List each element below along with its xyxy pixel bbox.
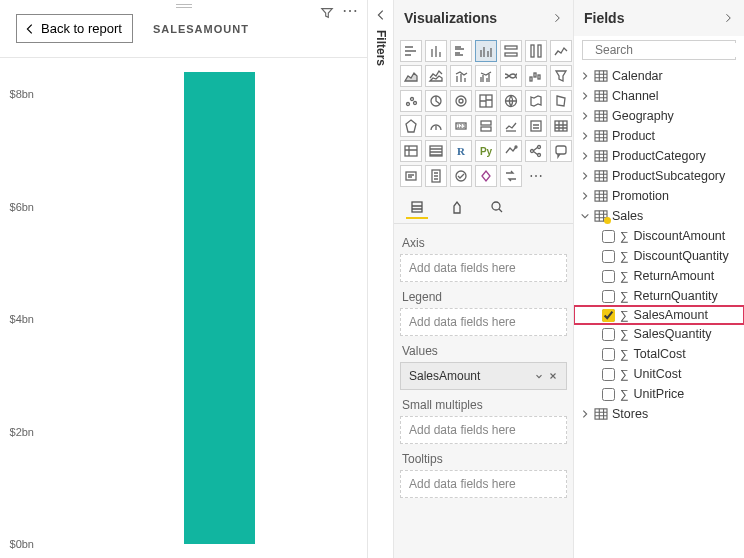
smart-narrative-icon[interactable] bbox=[400, 165, 422, 187]
table-item-sales[interactable]: Sales bbox=[574, 206, 744, 226]
visualizations-header: Visualizations bbox=[394, 0, 573, 36]
field-checkbox[interactable] bbox=[602, 328, 615, 341]
filter-icon[interactable] bbox=[320, 6, 334, 23]
field-checkbox[interactable] bbox=[602, 290, 615, 303]
scatter-icon[interactable] bbox=[400, 90, 422, 112]
paginated-report-icon[interactable] bbox=[425, 165, 447, 187]
clustered-column-icon[interactable] bbox=[475, 40, 497, 62]
table-item-calendar[interactable]: Calendar bbox=[574, 66, 744, 86]
fields-search-input[interactable] bbox=[595, 43, 744, 57]
field-item-discountamount[interactable]: ∑DiscountAmount bbox=[574, 226, 744, 246]
table-visual-icon[interactable] bbox=[425, 140, 447, 162]
stacked-bar-icon[interactable] bbox=[400, 40, 422, 62]
svg-rect-6 bbox=[538, 75, 540, 79]
values-well-label: Values bbox=[400, 336, 567, 362]
line-chart-icon[interactable] bbox=[550, 40, 572, 62]
matrix-icon[interactable] bbox=[400, 140, 422, 162]
gauge-icon[interactable] bbox=[425, 115, 447, 137]
filled-map-icon[interactable] bbox=[525, 90, 547, 112]
remove-field-icon[interactable] bbox=[548, 371, 558, 381]
azure-map-icon[interactable] bbox=[400, 115, 422, 137]
get-more-visuals-icon[interactable]: ⋯ bbox=[525, 165, 547, 187]
filters-pane-collapsed[interactable]: Filters bbox=[368, 0, 394, 558]
fields-search[interactable] bbox=[582, 40, 736, 60]
field-item-salesquantity[interactable]: ∑SalesQuantity bbox=[574, 324, 744, 344]
svg-rect-27 bbox=[556, 146, 566, 154]
viz-format-tabs bbox=[394, 191, 573, 224]
values-well[interactable]: SalesAmount bbox=[400, 362, 567, 390]
field-item-returnamount[interactable]: ∑ReturnAmount bbox=[574, 266, 744, 286]
table-item-stores[interactable]: Stores bbox=[574, 404, 744, 424]
y-tick-label: $2bn bbox=[10, 426, 36, 438]
r-visual-icon[interactable]: R bbox=[450, 140, 472, 162]
field-checkbox[interactable] bbox=[602, 270, 615, 283]
table-item-promotion[interactable]: Promotion bbox=[574, 186, 744, 206]
multi-row-card-icon[interactable] bbox=[475, 115, 497, 137]
chevron-down-icon[interactable] bbox=[534, 371, 544, 381]
format-tab[interactable] bbox=[446, 197, 468, 219]
tooltips-well[interactable]: Add data fields here bbox=[400, 470, 567, 498]
line-column-icon[interactable] bbox=[450, 65, 472, 87]
fields-tab[interactable] bbox=[406, 197, 428, 219]
table-item-productsubcategory[interactable]: ProductSubcategory bbox=[574, 166, 744, 186]
field-checkbox[interactable] bbox=[602, 368, 615, 381]
small-multiples-well[interactable]: Add data fields here bbox=[400, 416, 567, 444]
decomposition-tree-icon[interactable] bbox=[525, 140, 547, 162]
kpi-icon[interactable] bbox=[500, 115, 522, 137]
pie-icon[interactable] bbox=[425, 90, 447, 112]
table-item-productcategory[interactable]: ProductCategory bbox=[574, 146, 744, 166]
field-checkbox[interactable] bbox=[602, 309, 615, 322]
field-item-returnquantity[interactable]: ∑ReturnQuantity bbox=[574, 286, 744, 306]
waterfall-icon[interactable] bbox=[525, 65, 547, 87]
more-options-icon[interactable]: ⋯ bbox=[342, 6, 359, 23]
key-influencers-icon[interactable] bbox=[500, 140, 522, 162]
area-chart-icon[interactable] bbox=[400, 65, 422, 87]
donut-icon[interactable] bbox=[450, 90, 472, 112]
field-item-unitprice[interactable]: ∑UnitPrice bbox=[574, 384, 744, 404]
power-apps-icon[interactable] bbox=[475, 165, 497, 187]
axis-well[interactable]: Add data fields here bbox=[400, 254, 567, 282]
report-focus-pane: ⋯ Back to report SALESAMOUNT $0bn$2bn$4b… bbox=[0, 0, 368, 558]
y-tick-label: $6bn bbox=[10, 201, 36, 213]
field-checkbox[interactable] bbox=[602, 348, 615, 361]
stacked-bar-100-icon[interactable] bbox=[500, 40, 522, 62]
field-label: DiscountQuantity bbox=[634, 249, 729, 263]
shape-map-icon[interactable] bbox=[550, 90, 572, 112]
field-item-discountquantity[interactable]: ∑DiscountQuantity bbox=[574, 246, 744, 266]
drag-grip-icon[interactable] bbox=[176, 4, 192, 8]
chevron-right-icon[interactable] bbox=[722, 12, 734, 24]
chevron-right-icon[interactable] bbox=[551, 12, 563, 24]
svg-rect-0 bbox=[505, 46, 517, 49]
field-checkbox[interactable] bbox=[602, 388, 615, 401]
back-to-report-button[interactable]: Back to report bbox=[16, 14, 133, 43]
field-item-salesamount[interactable]: ∑SalesAmount bbox=[574, 306, 744, 324]
stacked-area-icon[interactable] bbox=[425, 65, 447, 87]
funnel-icon[interactable] bbox=[550, 65, 572, 87]
field-checkbox[interactable] bbox=[602, 230, 615, 243]
qa-visual-icon[interactable] bbox=[550, 140, 572, 162]
analytics-tab[interactable] bbox=[486, 197, 508, 219]
map-icon[interactable] bbox=[500, 90, 522, 112]
table-icon[interactable] bbox=[550, 115, 572, 137]
table-item-geography[interactable]: Geography bbox=[574, 106, 744, 126]
field-item-unitcost[interactable]: ∑UnitCost bbox=[574, 364, 744, 384]
python-visual-icon[interactable]: Py bbox=[475, 140, 497, 162]
bar[interactable] bbox=[184, 72, 255, 544]
slicer-icon[interactable] bbox=[525, 115, 547, 137]
ribbon-chart-icon[interactable] bbox=[500, 65, 522, 87]
power-automate-icon[interactable] bbox=[500, 165, 522, 187]
stacked-column-icon[interactable] bbox=[425, 40, 447, 62]
treemap-icon[interactable] bbox=[475, 90, 497, 112]
field-item-totalcost[interactable]: ∑TotalCost bbox=[574, 344, 744, 364]
clustered-bar-icon[interactable] bbox=[450, 40, 472, 62]
arcgis-icon[interactable] bbox=[450, 165, 472, 187]
table-item-channel[interactable]: Channel bbox=[574, 86, 744, 106]
line-clustered-column-icon[interactable] bbox=[475, 65, 497, 87]
sigma-icon: ∑ bbox=[620, 308, 629, 322]
stacked-column-100-icon[interactable] bbox=[525, 40, 547, 62]
card-icon[interactable]: 123 bbox=[450, 115, 472, 137]
field-checkbox[interactable] bbox=[602, 250, 615, 263]
svg-point-8 bbox=[411, 98, 414, 101]
legend-well[interactable]: Add data fields here bbox=[400, 308, 567, 336]
table-item-product[interactable]: Product bbox=[574, 126, 744, 146]
